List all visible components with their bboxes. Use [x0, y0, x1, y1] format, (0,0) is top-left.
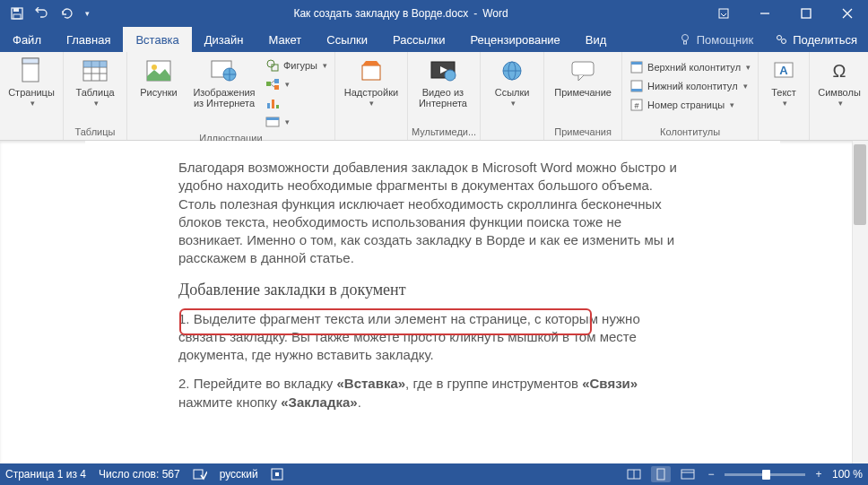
footer-button[interactable]: Нижний колонтитул▾: [626, 77, 754, 95]
svg-point-21: [152, 65, 157, 70]
svg-rect-36: [362, 65, 380, 80]
group-illustrations: Рисунки Изображения из Интернета Фигуры▾…: [127, 52, 335, 140]
header-icon: [629, 60, 644, 74]
symbols-button[interactable]: Ω Символы▾: [813, 55, 865, 110]
svg-rect-35: [266, 117, 279, 120]
video-icon: [429, 56, 457, 85]
svg-rect-33: [276, 105, 279, 108]
statusbar: Страница 1 из 4 Число слов: 567 русский …: [0, 463, 868, 485]
document-area[interactable]: Благодаря возможности добавления закладо…: [0, 141, 868, 463]
svg-rect-58: [681, 470, 694, 479]
header-button[interactable]: Верхний колонтитул▾: [626, 58, 754, 76]
tab-references[interactable]: Ссылки: [314, 27, 380, 52]
group-tables: Таблица▾ Таблицы: [64, 52, 127, 140]
paragraph: 2. Перейдите во вкладку «Вставка», где в…: [178, 375, 687, 411]
group-pages: Страницы▾: [0, 52, 64, 140]
group-media: Видео из Интернета Мультимеди...: [408, 52, 481, 140]
page-indicator[interactable]: Страница 1 из 4: [5, 468, 86, 481]
tab-home[interactable]: Главная: [54, 27, 123, 52]
tab-file[interactable]: Файл: [0, 27, 54, 52]
close-icon[interactable]: [827, 0, 868, 27]
window-controls: [703, 0, 868, 27]
macro-icon[interactable]: [271, 468, 283, 481]
group-symbols: Ω Символы▾: [810, 52, 868, 140]
chart-button[interactable]: [262, 94, 331, 112]
print-layout-icon[interactable]: [651, 466, 671, 482]
pictures-button[interactable]: Рисунки: [131, 55, 187, 100]
vertical-scrollbar[interactable]: [852, 141, 868, 463]
redo-icon[interactable]: [56, 2, 79, 25]
save-icon[interactable]: [5, 2, 29, 25]
page-number-button[interactable]: # Номер страницы▾: [626, 96, 754, 114]
share-button[interactable]: Поделиться: [764, 33, 868, 47]
textbox-icon: A: [769, 56, 798, 85]
pages-button[interactable]: Страницы▾: [4, 55, 59, 110]
online-pictures-button[interactable]: Изображения из Интернета: [188, 55, 260, 110]
tab-insert[interactable]: Вставка: [123, 27, 191, 52]
word-count[interactable]: Число слов: 567: [99, 468, 180, 481]
svg-rect-42: [572, 62, 594, 75]
svg-rect-44: [631, 62, 642, 65]
svg-text:A: A: [779, 64, 788, 77]
comment-button[interactable]: Примечание: [548, 55, 618, 100]
chart-icon: [265, 96, 280, 110]
group-comments: Примечание Примечания: [544, 52, 622, 140]
quick-access-toolbar: ▾: [0, 0, 99, 27]
zoom-out-icon[interactable]: −: [705, 466, 717, 482]
link-icon: [498, 56, 526, 85]
zoom-in-icon[interactable]: +: [812, 466, 825, 482]
zoom-thumb[interactable]: [762, 470, 770, 480]
tab-layout[interactable]: Макет: [256, 27, 314, 52]
svg-rect-31: [267, 103, 270, 108]
svg-point-8: [681, 35, 688, 41]
minimize-icon[interactable]: [744, 0, 786, 27]
addins-button[interactable]: Надстройки▾: [339, 55, 404, 110]
online-video-button[interactable]: Видео из Интернета: [412, 55, 474, 110]
share-icon: [775, 33, 787, 46]
svg-rect-32: [272, 100, 274, 108]
page[interactable]: Благодаря возможности добавления закладо…: [85, 141, 780, 440]
tab-view[interactable]: Вид: [573, 27, 620, 52]
svg-rect-52: [194, 470, 203, 479]
zoom-level[interactable]: 100 %: [832, 468, 863, 481]
svg-text:#: #: [635, 101, 639, 110]
tab-design[interactable]: Дизайн: [192, 27, 256, 52]
group-addins: Надстройки▾: [335, 52, 408, 140]
tab-review[interactable]: Рецензирование: [457, 27, 572, 52]
web-layout-icon[interactable]: [678, 466, 698, 482]
table-button[interactable]: Таблица▾: [67, 55, 123, 110]
svg-rect-28: [274, 85, 279, 90]
read-mode-icon[interactable]: [624, 466, 644, 482]
svg-rect-57: [657, 469, 664, 480]
svg-line-30: [271, 84, 274, 87]
zoom-slider[interactable]: [725, 473, 805, 476]
screenshot-button[interactable]: ▾: [262, 113, 331, 131]
svg-rect-25: [272, 65, 278, 71]
maximize-icon[interactable]: [786, 0, 827, 27]
smartart-button[interactable]: ▾: [262, 75, 331, 93]
tab-mailings[interactable]: Рассылки: [380, 27, 457, 52]
svg-rect-1: [13, 8, 19, 12]
tell-me[interactable]: Помощник: [668, 33, 765, 47]
paragraph: Благодаря возможности добавления закладо…: [178, 159, 687, 268]
language-indicator[interactable]: русский: [220, 468, 258, 481]
svg-point-38: [445, 70, 456, 81]
svg-rect-27: [274, 79, 279, 83]
shapes-button[interactable]: Фигуры▾: [262, 56, 331, 74]
svg-rect-19: [83, 61, 107, 67]
word-window: ▾ Как создать закладку в Ворде.docx - Wo…: [0, 0, 868, 485]
text-button[interactable]: A Текст▾: [762, 55, 805, 110]
undo-icon[interactable]: [30, 2, 54, 25]
window-title: Как создать закладку в Ворде.docx - Word: [99, 0, 703, 27]
scrollbar-thumb[interactable]: [854, 144, 866, 225]
qat-customize-icon[interactable]: ▾: [81, 2, 93, 25]
svg-point-10: [777, 36, 782, 40]
svg-line-29: [271, 81, 274, 83]
spellcheck-icon[interactable]: [193, 468, 207, 481]
svg-rect-5: [802, 9, 811, 18]
page-icon: [17, 56, 46, 85]
svg-point-11: [782, 39, 786, 44]
svg-rect-26: [266, 82, 271, 86]
links-button[interactable]: Ссылки▾: [484, 55, 540, 110]
ribbon-options-icon[interactable]: [703, 0, 744, 27]
